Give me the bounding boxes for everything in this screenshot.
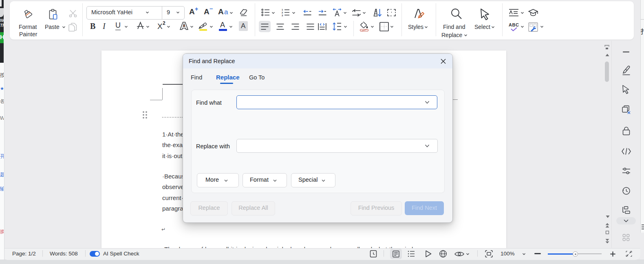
svg-text:1: 1 xyxy=(282,9,283,11)
svg-text:2: 2 xyxy=(282,11,283,14)
svg-text:3: 3 xyxy=(282,14,283,16)
